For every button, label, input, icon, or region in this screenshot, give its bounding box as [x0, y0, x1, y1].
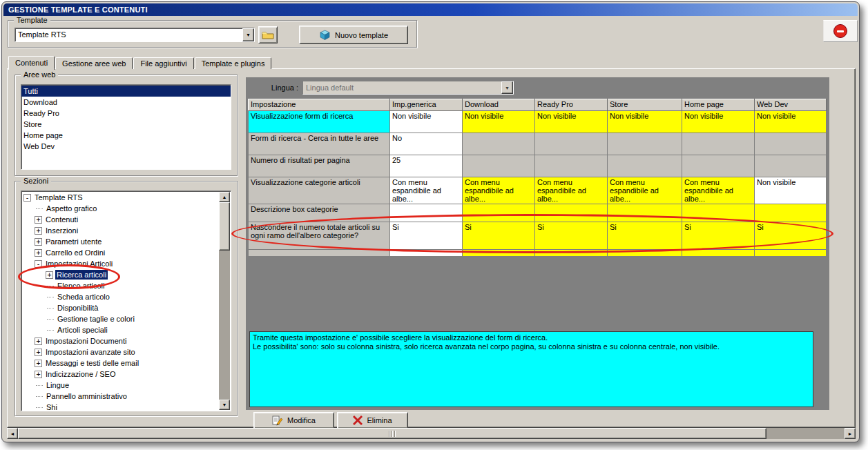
elimina-button[interactable]: Elimina: [337, 412, 408, 429]
tree-item-label[interactable]: Inserzioni: [44, 226, 79, 235]
tree-item-gestione-taglie-e-colori[interactable]: Gestione taglie e colori: [23, 313, 219, 324]
tree-item-pannello-amministrativo[interactable]: Pannello amministrativo: [23, 391, 219, 402]
setting-value-cell[interactable]: Si: [608, 222, 682, 250]
setting-value-cell[interactable]: Si: [755, 222, 827, 250]
setting-value-cell[interactable]: Si: [463, 222, 535, 250]
setting-value-cell[interactable]: [608, 204, 682, 222]
setting-value-cell[interactable]: No: [390, 133, 463, 155]
aree-web-item-tutti[interactable]: Tutti: [21, 86, 231, 97]
tree-item-label[interactable]: Scheda articolo: [56, 292, 111, 302]
scroll-right-button[interactable]: ►: [845, 428, 856, 439]
setting-value-cell[interactable]: [463, 204, 535, 222]
tree-item-label[interactable]: Articoli speciali: [56, 325, 109, 335]
lingua-combobox[interactable]: Lingua default ▼: [302, 81, 514, 95]
setting-value-cell[interactable]: Non visibile: [463, 111, 535, 133]
setting-value-cell[interactable]: [608, 155, 682, 177]
column-header-download[interactable]: Download: [463, 99, 535, 111]
setting-value-cell[interactable]: [755, 155, 827, 177]
horizontal-scrollbar[interactable]: ◄ ►: [7, 428, 856, 439]
open-template-folder-button[interactable]: [258, 26, 278, 43]
setting-value-cell[interactable]: 25: [390, 155, 463, 177]
tree-item-shi[interactable]: Shi: [23, 402, 219, 410]
setting-value-cell[interactable]: [535, 133, 608, 155]
tree-item-label[interactable]: Gestione taglie e colori: [56, 314, 136, 324]
scroll-left-button[interactable]: ◄: [7, 428, 18, 439]
setting-value-cell[interactable]: [535, 155, 608, 177]
expand-icon[interactable]: +: [35, 227, 42, 235]
tree-item-template-rts[interactable]: -Template RTS: [23, 192, 219, 203]
chevron-down-icon[interactable]: ▼: [242, 28, 254, 41]
setting-value-cell[interactable]: [463, 155, 535, 177]
expand-icon[interactable]: +: [35, 349, 42, 356]
setting-label-cell[interactable]: Numero di risultati per pagina: [249, 155, 390, 177]
tab-file-aggiuntivi[interactable]: File aggiuntivi: [133, 57, 193, 69]
column-header-store[interactable]: Store: [608, 99, 682, 111]
tree-item-label[interactable]: Pannello amministrativo: [45, 391, 128, 401]
tab-template-e-plugins[interactable]: Template e plugins: [195, 57, 272, 69]
column-header-ready-pro[interactable]: Ready Pro: [535, 99, 608, 111]
setting-value-cell[interactable]: Con menu espandibile ad albe...: [390, 177, 463, 204]
setting-value-cell[interactable]: Si: [535, 222, 608, 250]
aree-web-item-home-page[interactable]: Home page: [21, 130, 231, 141]
aree-web-listbox[interactable]: TuttiDownloadReady ProStoreHome pageWeb …: [21, 84, 231, 170]
setting-value-cell[interactable]: [535, 250, 608, 257]
template-combobox[interactable]: Template RTS ▼: [15, 28, 255, 42]
setting-value-cell[interactable]: [682, 133, 755, 155]
setting-label-cell[interactable]: Visualizzazione form di ricerca: [249, 111, 390, 133]
column-header-imp-generica[interactable]: Imp.generica: [390, 99, 463, 111]
tree-item-label[interactable]: Carrello ed Ordini: [44, 248, 106, 257]
tree-item-articoli-speciali[interactable]: Articoli speciali: [23, 324, 219, 335]
tree-item-impostazioni-articoli[interactable]: -Impostazioni Articoli: [23, 258, 219, 269]
setting-label-cell[interactable]: Form di ricerca - Cerca in tutte le aree: [249, 133, 390, 155]
tab-contenuti[interactable]: Contenuti: [8, 56, 55, 70]
expand-icon[interactable]: +: [46, 271, 53, 279]
setting-value-cell[interactable]: [755, 133, 827, 155]
tree-item-ricerca-articoli[interactable]: +Ricerca articoli: [23, 269, 219, 280]
aree-web-item-ready-pro[interactable]: Ready Pro: [21, 108, 231, 119]
setting-value-cell[interactable]: [535, 204, 608, 222]
tree-item-elenco-articoli[interactable]: Elenco articoli: [23, 280, 219, 291]
tree-item-disponibilit[interactable]: Disponibilità: [23, 302, 219, 313]
tree-item-label[interactable]: Impostazioni Documenti: [44, 336, 128, 346]
vertical-scroll-thumb[interactable]: [219, 202, 230, 251]
window-titlebar[interactable]: GESTIONE TEMPLATE E CONTENUTI: [3, 3, 858, 16]
expand-icon[interactable]: +: [35, 216, 42, 224]
tree-item-label[interactable]: Contenuti: [44, 215, 79, 224]
aree-web-item-store[interactable]: Store: [21, 119, 231, 130]
tree-item-label[interactable]: Shi: [45, 402, 59, 410]
tree-item-indicizzazione-seo[interactable]: +Indicizzazione / SEO: [23, 369, 219, 380]
expand-icon[interactable]: +: [35, 238, 42, 246]
tree-item-carrello-ed-ordini[interactable]: +Carrello ed Ordini: [23, 247, 219, 258]
tree-item-label[interactable]: Lingue: [45, 380, 70, 390]
tree-item-label[interactable]: Indicizzazione / SEO: [44, 369, 117, 379]
setting-value-cell[interactable]: Non visibile: [608, 111, 682, 133]
aree-web-item-download[interactable]: Download: [21, 97, 231, 108]
sezioni-treeview[interactable]: -Template RTSAspetto grafico+Contenuti+I…: [21, 190, 231, 411]
setting-value-cell[interactable]: [682, 204, 755, 222]
collapse-icon[interactable]: -: [35, 260, 42, 268]
tab-gestione-aree-web[interactable]: Gestione aree web: [55, 57, 133, 69]
tree-item-label[interactable]: Ricerca articoli: [55, 270, 108, 280]
tree-item-aspetto-grafico[interactable]: Aspetto grafico: [23, 203, 219, 214]
expand-icon[interactable]: +: [35, 360, 42, 367]
setting-value-cell[interactable]: Con menu espandibile ad albe...: [682, 177, 755, 204]
scroll-down-button[interactable]: ▼: [219, 400, 230, 410]
tree-item-scheda-articolo[interactable]: Scheda articolo: [23, 291, 219, 302]
setting-value-cell[interactable]: [390, 204, 463, 222]
collapse-icon[interactable]: -: [23, 194, 31, 202]
setting-value-cell[interactable]: [682, 250, 755, 257]
setting-value-cell[interactable]: [755, 250, 827, 257]
expand-icon[interactable]: +: [35, 249, 42, 257]
setting-value-cell[interactable]: Con menu espandibile ad albe...: [608, 177, 682, 204]
column-header-web-dev[interactable]: Web Dev: [755, 99, 827, 111]
setting-value-cell[interactable]: Si: [682, 222, 755, 250]
setting-value-cell[interactable]: [682, 155, 755, 177]
setting-label-cell[interactable]: [249, 250, 390, 257]
tree-item-label[interactable]: Disponibilità: [56, 303, 99, 313]
setting-label-cell[interactable]: Descrizione box categorie: [249, 204, 390, 222]
setting-value-cell[interactable]: Con menu espandibile ad albe...: [535, 177, 608, 204]
expand-icon[interactable]: +: [35, 371, 42, 378]
setting-value-cell[interactable]: Non visibile: [755, 111, 827, 133]
vertical-scrollbar[interactable]: ▲ ▼: [219, 192, 230, 410]
tree-item-label[interactable]: Parametri utente: [44, 237, 103, 246]
